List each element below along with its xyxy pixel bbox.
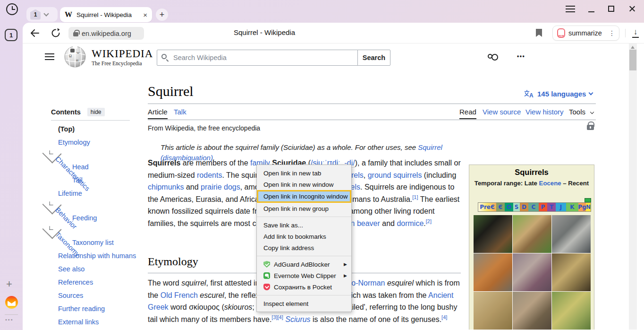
downloads-icon[interactable]: ↓ [631, 27, 640, 39]
geo-segment-neogene[interactable]: N [586, 203, 591, 211]
inline-link[interactable]: dormice [397, 219, 424, 227]
geo-segment-paleogene[interactable]: Pg [578, 203, 586, 211]
tab-talk[interactable]: Talk [174, 108, 186, 116]
maximize-button[interactable] [608, 6, 614, 12]
browser-menu-icon[interactable] [566, 6, 575, 12]
geo-segment-carboniferous[interactable]: C [528, 203, 539, 211]
bookmark-icon[interactable] [536, 29, 542, 37]
toc-item-see-also[interactable]: See also [45, 262, 139, 276]
wikipedia-wordmark[interactable]: WIKIPEDIA The Free Encyclopedia [92, 48, 153, 66]
geo-segment-cretaceous[interactable]: K [566, 203, 578, 211]
scrollbar-thumb[interactable] [629, 50, 636, 70]
context-menu-item-add-link-to-bookmarks[interactable]: Add link to bookmarks [257, 231, 351, 242]
geo-segment-permian[interactable]: P [539, 203, 547, 211]
browser-tab[interactable]: W Squirrel - Wikipedia × [60, 7, 152, 22]
toc-item-etymology[interactable]: Etymology [45, 136, 139, 149]
rail-tab-count-badge[interactable]: 1 [5, 29, 17, 41]
context-menu-item-adguard-adblocker[interactable]: AdGuard AdBlocker ▶ [257, 259, 351, 270]
squirrel-photo-chipmunk[interactable] [513, 215, 551, 253]
context-menu-item-inspect-element[interactable]: Inspect element [257, 298, 351, 309]
geo-segment-jurassic[interactable]: J [556, 203, 566, 211]
squirrel-photo-standing-ground-squirrels[interactable] [474, 292, 512, 330]
history-clock-icon[interactable] [6, 3, 18, 15]
squirrel-photo-prairie-dogs[interactable] [552, 292, 591, 330]
toc-item-further-reading[interactable]: Further reading [45, 302, 139, 315]
close-window-button[interactable] [628, 5, 636, 12]
search-button[interactable]: Search [357, 50, 390, 66]
tab-view-history[interactable]: View history [525, 108, 564, 116]
squirrel-photo-prevosts-squirrel[interactable] [474, 215, 512, 253]
inline-link[interactable]: prairie dogs [201, 183, 240, 191]
context-menu-item-save-to-pocket[interactable]: Сохранить в Pocket [257, 281, 351, 293]
geo-segment-cambrian[interactable]: Є [496, 203, 505, 211]
tab-view-source[interactable]: View source [483, 108, 521, 116]
tab-read[interactable]: Read [459, 108, 476, 119]
inline-link[interactable]: [4] [441, 314, 447, 320]
geo-segment-devonian[interactable]: D [520, 203, 528, 211]
toc-item-lifetime[interactable]: Lifetime [45, 187, 139, 200]
wiki-main-menu-icon[interactable] [45, 53, 54, 60]
page-scrollbar[interactable] [629, 43, 637, 330]
geo-segment-ordovician[interactable]: O [505, 203, 513, 211]
rail-more-icon[interactable]: ••• [5, 317, 14, 322]
languages-button[interactable]: A 145 languages [524, 90, 593, 98]
squirrel-photo-california-ground-squirrel[interactable] [552, 253, 591, 291]
context-menu-item-evernote-web-clipper[interactable]: Evernote Web Clipper ▶ [257, 270, 351, 281]
appearance-icon[interactable] [488, 54, 492, 59]
geo-segment-precambrian[interactable]: PreЄ [478, 203, 496, 211]
squirrel-photo-gray-squirrel[interactable] [552, 215, 591, 253]
search-input[interactable] [157, 50, 358, 66]
tab-close-icon[interactable]: × [143, 11, 147, 19]
submenu-arrow-icon: ▶ [344, 262, 347, 267]
toc-item-taxonomy-list[interactable]: Taxonomy list [45, 236, 139, 249]
minimize-button[interactable] [588, 11, 594, 12]
toc-item-relationship-with-humans[interactable]: Relationship with humans [45, 249, 139, 262]
summarize-button[interactable]: ““ summarize ⋮ [552, 26, 619, 41]
inline-link[interactable]: [3][4] [271, 314, 283, 320]
scrollbar-up-arrow[interactable] [631, 46, 635, 49]
wikipedia-globe-logo[interactable]: Ω W И [64, 46, 86, 69]
context-menu-item-save-link-as[interactable]: Save link as... [257, 219, 351, 231]
inline-link[interactable]: Old French [161, 291, 198, 299]
geo-segment-silurian[interactable]: S [513, 203, 520, 211]
squirrel-photo-fox-squirrel[interactable] [474, 253, 512, 291]
yandex-mail-icon[interactable] [5, 296, 18, 309]
inline-link[interactable]: chipmunks [148, 183, 184, 191]
more-options-icon[interactable]: ••• [517, 53, 525, 60]
back-button[interactable] [29, 27, 41, 39]
taxobox: Squirrels Temporal range: Late Eocene – … [469, 165, 594, 330]
toc-item-sources[interactable]: Sources [45, 289, 139, 302]
toc-item-head[interactable]: Head [45, 160, 139, 174]
inline-link[interactable]: [2] [426, 218, 432, 224]
inline-link[interactable]: ground squirrels [368, 171, 422, 179]
rail-add-icon[interactable]: + [6, 278, 12, 290]
kebab-menu-icon[interactable]: ⋮ [609, 29, 615, 37]
context-menu-item-open-link-in-incognito-window[interactable]: Open link in Incognito window [257, 190, 351, 203]
tab-group-button[interactable]: 1 [26, 7, 58, 22]
inline-link[interactable]: rodents [197, 171, 222, 179]
tab-article[interactable]: Article [148, 108, 168, 119]
toc-item-feeding[interactable]: Feeding [45, 211, 139, 225]
new-tab-button[interactable]: + [156, 9, 168, 21]
context-menu-item-copy-link-address[interactable]: Copy link address [257, 242, 351, 253]
context-menu-item-open-link-in-new-group[interactable]: Open link in new group [257, 203, 351, 214]
inline-link[interactable]: Sciurus [285, 315, 310, 323]
toc-item-references[interactable]: References [45, 276, 139, 289]
squirrel-photo-ground-squirrel-on-rock[interactable] [513, 253, 551, 291]
context-menu-item-open-link-in-new-window[interactable]: Open link in new window [257, 179, 351, 190]
lock-icon [73, 32, 78, 36]
toc-item-external-links[interactable]: External links [45, 315, 139, 329]
article-tagline: From Wikipedia, the free encyclopedia [148, 124, 260, 132]
toc-item-tail[interactable]: Tail [45, 174, 139, 187]
rail-divider [5, 314, 18, 315]
inline-link[interactable]: [1] [412, 194, 418, 200]
toc-hide-button[interactable]: hide [87, 108, 105, 116]
inline-link[interactable]: Eocene [539, 180, 561, 187]
tab-tools[interactable]: Tools [569, 108, 585, 116]
toc-item-top[interactable]: (Top) [45, 122, 139, 136]
squirrel-photo-marmots[interactable] [513, 292, 551, 330]
context-menu-item-open-link-in-new-tab[interactable]: Open link in new tab [257, 167, 351, 179]
geo-segment-triassic[interactable]: T [547, 203, 556, 211]
address-bar[interactable]: en.wikipedia.org [68, 27, 144, 40]
reload-button[interactable] [50, 27, 61, 39]
